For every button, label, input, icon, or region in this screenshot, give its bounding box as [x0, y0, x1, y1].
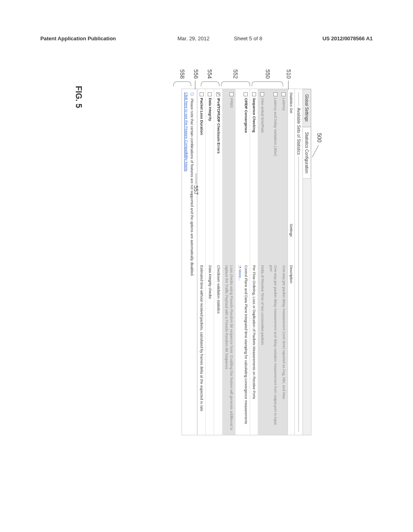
- callout-554: 554: [206, 69, 213, 79]
- publication-label: Patent Application Publication: [40, 35, 116, 42]
- checkbox-jitter: [273, 92, 277, 96]
- checkbox-sequence[interactable]: [252, 92, 256, 96]
- row-name: PRBS: [229, 98, 234, 108]
- callout-556: 556: [193, 69, 199, 79]
- row-description: Checksum validation statistics: [214, 262, 223, 435]
- brace-558: [173, 81, 191, 86]
- tab-global-settings[interactable]: Global Settings: [303, 89, 311, 127]
- table-row: Inter-arrival time/RateDelta of Receive …: [258, 89, 267, 435]
- compatibility-matrix-link[interactable]: Click here to see the Feature Compatibil…: [184, 92, 188, 432]
- checkbox-convergence[interactable]: [244, 92, 248, 96]
- callout-552: 552: [232, 69, 239, 79]
- row-name: Data Integrity: [208, 98, 212, 121]
- checkbox-latency: [282, 92, 286, 96]
- row-name: Packet Loss Duration: [200, 98, 204, 135]
- table-row: CP/DP ConvergenceControl Plane and Data …: [236, 89, 250, 435]
- table-row: Sequence CheckingPer Flow Ordering, Loss…: [250, 89, 258, 435]
- row-settings: [222, 220, 235, 262]
- row-settings: [214, 220, 223, 262]
- figure-container: 500 Global Settings Statistics Configura…: [102, 89, 311, 443]
- table-row: Packet Loss DurationEstimated time witho…: [197, 89, 206, 435]
- row-name: Latency: [282, 98, 286, 111]
- row-name: Sequence Checking: [252, 98, 256, 133]
- row-description: One-way per packet delay measurement and…: [266, 262, 279, 435]
- row-settings: [280, 220, 288, 262]
- row-settings: [197, 220, 206, 262]
- row-name: Inter-arrival time/Rate: [261, 98, 265, 133]
- row-description: Data integrity checks: [206, 262, 214, 435]
- svg-line-0: [312, 145, 319, 157]
- checkbox-prbs: [229, 92, 234, 96]
- row-settings: [250, 220, 258, 262]
- brace-554: [201, 81, 219, 86]
- row-settings: [266, 220, 279, 262]
- fieldset-label: Available Sets of Statistics: [295, 89, 302, 435]
- tab-bar: Global Settings Statistics Configuration: [302, 89, 311, 435]
- leader-557: [194, 173, 198, 185]
- callout-550: 550: [265, 69, 271, 79]
- row-description: Estimated time without received packets,…: [197, 262, 206, 435]
- row-settings: [206, 220, 214, 262]
- brace-550: [252, 81, 283, 86]
- info-icon: ⓘ: [190, 92, 194, 96]
- row-name: CP/DP Convergence: [244, 98, 248, 133]
- brace-552: [221, 81, 250, 86]
- col-description: Description: [288, 262, 295, 435]
- publication-date: Mar. 29, 2012: [177, 35, 210, 42]
- footer-note: ⓘ Please note that certain combinations …: [182, 89, 197, 435]
- figure-label: FIG. 5: [73, 86, 84, 108]
- row-description: Control Plane and Data Plane integrated …: [236, 262, 250, 435]
- tab-statistics-configuration[interactable]: Statistics Configuration: [303, 127, 311, 179]
- leader-500: [311, 145, 319, 161]
- row-name: IPv4/TCP/UDP Checksum Errors: [217, 98, 221, 154]
- statistics-config-window: Global Settings Statistics Configuration…: [181, 89, 311, 435]
- checkbox-interarrival: [260, 92, 264, 96]
- statistics-table: Statistics Set Settings Description Late…: [197, 89, 295, 435]
- row-description: One-way per packet delay measurement (ov…: [280, 262, 288, 435]
- patent-number: US 2012/0078566 A1: [322, 35, 373, 42]
- callout-510: 510: [286, 69, 292, 79]
- table-row: LatencyOne-way per packet delay measurem…: [280, 89, 288, 435]
- row-settings: [258, 220, 267, 262]
- col-statistics-set: Statistics Set: [288, 89, 295, 220]
- sheet-number: Sheet 5 of 8: [234, 35, 262, 42]
- col-settings: Settings: [288, 220, 295, 262]
- table-row: IPv4/TCP/UDP Checksum ErrorsChecksum val…: [214, 89, 223, 435]
- table-row: Data IntegrityData integrity checks: [206, 89, 214, 435]
- row-description: Loss checks using Pseudo-Random bit sequ…: [222, 262, 235, 435]
- fieldset-text: Available Sets of Statistics: [296, 108, 301, 155]
- row-description: Per Flow Ordering, Loss or Duplication o…: [250, 262, 258, 435]
- callout-557: 557: [193, 185, 199, 195]
- checkbox-checksum[interactable]: [216, 92, 220, 96]
- leader-510: [286, 81, 290, 90]
- callout-500: 500: [316, 133, 323, 142]
- more-link[interactable]: More...: [237, 265, 242, 281]
- row-name: Latency and Delay Variations (Jitter): [273, 98, 277, 156]
- table-row: Latency and Delay Variations (Jitter)One…: [266, 89, 279, 435]
- row-settings: [236, 220, 250, 262]
- checkbox-packetloss[interactable]: [200, 92, 204, 96]
- row-description: Delta of Receive Time of two consecutive…: [258, 262, 267, 435]
- table-row: PRBSLoss checks using Pseudo-Random bit …: [222, 89, 235, 435]
- checkbox-integrity[interactable]: [208, 92, 212, 96]
- leader-556: [193, 81, 197, 90]
- callout-558: 558: [179, 69, 186, 79]
